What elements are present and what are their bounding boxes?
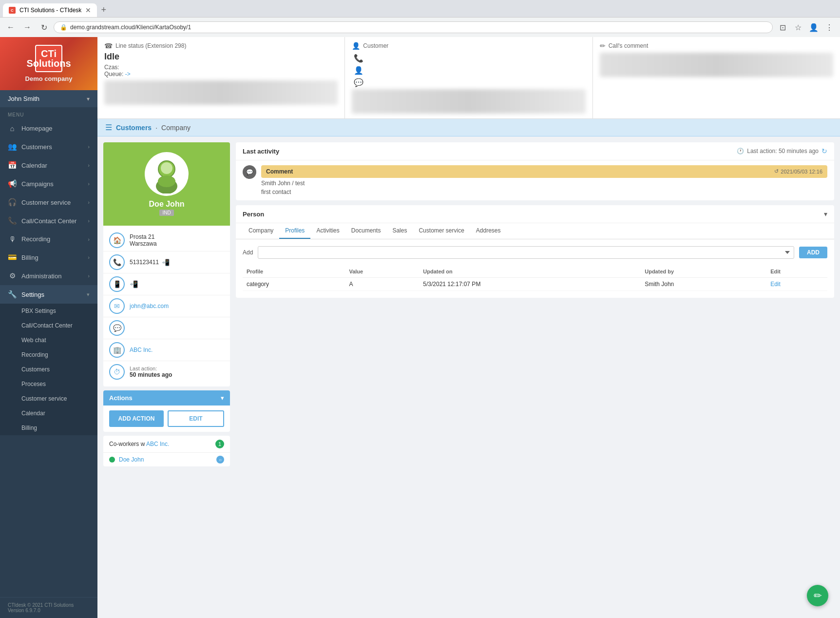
back-button[interactable]: ← bbox=[4, 20, 18, 34]
comment-box: Comment ↺ 2021/05/03 12:16 bbox=[261, 165, 827, 178]
edit-button[interactable]: EDIT bbox=[168, 410, 224, 427]
tab-profiles[interactable]: Profiles bbox=[279, 223, 310, 239]
time-icon: ⏱ bbox=[109, 364, 125, 380]
app-container: CTi Solutions Demo company John Smith ▾ … bbox=[0, 37, 840, 618]
queue-link[interactable]: -> bbox=[125, 71, 131, 77]
sidebar-item-customers[interactable]: 👥 Customers › bbox=[0, 137, 97, 156]
administration-icon: ⚙ bbox=[8, 271, 17, 280]
add-profile-button[interactable]: ADD bbox=[799, 247, 827, 258]
tab-customer-service[interactable]: Customer service bbox=[413, 223, 470, 239]
breadcrumb-customers[interactable]: Customers bbox=[116, 124, 152, 132]
coworker-action-button[interactable]: ○ bbox=[216, 456, 224, 464]
svg-point-6 bbox=[158, 175, 175, 187]
submenu-calendar[interactable]: Calendar bbox=[0, 406, 97, 421]
actions-header[interactable]: Actions ▾ bbox=[103, 390, 230, 406]
coworkers-count-badge: 1 bbox=[215, 440, 224, 448]
refresh-button[interactable]: ↻ bbox=[821, 147, 827, 155]
settings-icon: 🔧 bbox=[8, 290, 17, 299]
row-updated-on: 5/3/2021 12:17:07 PM bbox=[419, 278, 641, 291]
email-icon: ✉ bbox=[109, 298, 125, 314]
avatar-svg bbox=[147, 154, 186, 193]
sidebar-logo: CTi Solutions Demo company bbox=[0, 37, 97, 90]
right-panel: Last activity 🕐 Last action: 50 minutes … bbox=[236, 142, 834, 612]
blurred-panel2 bbox=[352, 89, 585, 114]
contact-company-row: 🏢 ABC Inc. bbox=[103, 339, 230, 361]
lock-icon: 🔒 bbox=[60, 24, 67, 31]
submenu-call-contact-center[interactable]: Call/Contact Center bbox=[0, 318, 97, 333]
tab-addresses[interactable]: Addreses bbox=[470, 223, 507, 239]
page-body: Doe John IND 🏠 Prosta 21 Warszawa 📞 bbox=[97, 136, 840, 618]
activity-last-info: 🕐 Last action: 50 minutes ago ↻ bbox=[737, 147, 827, 155]
call-action-icon[interactable]: 📲 bbox=[162, 259, 170, 266]
tab-sales[interactable]: Sales bbox=[386, 223, 413, 239]
breadcrumb-current: Company bbox=[161, 124, 191, 132]
row-edit-link[interactable]: Edit bbox=[770, 281, 781, 288]
comment-text-2: first contact bbox=[261, 189, 827, 195]
contact-address2: Warszawa bbox=[130, 240, 157, 247]
col-edit: Edit bbox=[766, 266, 827, 278]
profile-button[interactable]: 👤 bbox=[807, 20, 821, 34]
coworker-name[interactable]: Doe John bbox=[119, 456, 144, 463]
tab-favicon: C bbox=[9, 7, 16, 14]
submenu-web-chat[interactable]: Web chat bbox=[0, 333, 97, 348]
timeline-item: 💬 Comment ↺ 2021/05/03 12:16 bbox=[243, 165, 827, 195]
campaigns-icon: 📢 bbox=[8, 179, 17, 188]
submenu-customer-service[interactable]: Customer service bbox=[0, 391, 97, 406]
forward-button[interactable]: → bbox=[20, 20, 34, 34]
sidebar-label-settings: Settings bbox=[21, 291, 44, 298]
sidebar-item-customer-service[interactable]: 🎧 Customer service › bbox=[0, 193, 97, 212]
logo-cti-bottom: Solutions bbox=[26, 58, 71, 68]
add-action-button[interactable]: ADD ACTION bbox=[109, 410, 164, 427]
submenu-proceses[interactable]: Proceses bbox=[0, 377, 97, 391]
tab-company[interactable]: Company bbox=[243, 223, 279, 239]
sidebar-item-campaigns[interactable]: 📢 Campaigns › bbox=[0, 174, 97, 193]
contact-email-row: ✉ john@abc.com bbox=[103, 295, 230, 317]
comment-text-1: Smith John / test bbox=[261, 180, 827, 187]
submenu-customers[interactable]: Customers bbox=[0, 362, 97, 377]
contact-avatar bbox=[145, 152, 189, 196]
sidebar-user[interactable]: John Smith ▾ bbox=[0, 90, 97, 107]
col-profile: Profile bbox=[243, 266, 345, 278]
row-updated-by: Smith John bbox=[641, 278, 766, 291]
submenu-recording[interactable]: Recording bbox=[0, 348, 97, 362]
new-tab-button[interactable]: + bbox=[97, 3, 110, 17]
last-action-value: 50 minutes ago bbox=[130, 371, 172, 378]
col-updated-on: Updated on bbox=[419, 266, 641, 278]
profile-type-select[interactable] bbox=[258, 246, 794, 259]
reload-button[interactable]: ↻ bbox=[37, 20, 51, 34]
logo-cti-top: CTi bbox=[41, 49, 57, 58]
tab-activities[interactable]: Activities bbox=[310, 223, 345, 239]
bookmark-button[interactable]: ☆ bbox=[791, 20, 805, 34]
sidebar-label-customers: Customers bbox=[21, 143, 52, 151]
contact-company-link[interactable]: ABC Inc. bbox=[130, 347, 153, 353]
coworkers-company-link[interactable]: ABC Inc. bbox=[146, 441, 169, 447]
chevron-down-icon: ▾ bbox=[87, 96, 90, 102]
coworkers-title: Co-workers w ABC Inc. bbox=[109, 441, 169, 447]
contact-email[interactable]: john@abc.com bbox=[130, 303, 169, 309]
fab-edit-button[interactable]: ✏ bbox=[807, 585, 828, 606]
person-toggle-button[interactable]: ▾ bbox=[824, 210, 827, 218]
actions-card: Actions ▾ ADD ACTION EDIT bbox=[103, 390, 230, 432]
last-action-label: Last action: bbox=[130, 366, 172, 371]
contact-address-row: 🏠 Prosta 21 Warszawa bbox=[103, 230, 230, 251]
sidebar-item-billing[interactable]: 💳 Billing › bbox=[0, 248, 97, 267]
address-bar[interactable]: 🔒 demo.grandstream.cloud/Klienci/KartaOs… bbox=[54, 21, 773, 33]
breadcrumb-separator: · bbox=[155, 124, 157, 132]
sidebar-item-recording[interactable]: 🎙 Recording › bbox=[0, 230, 97, 248]
sidebar-item-calendar[interactable]: 📅 Calendar › bbox=[0, 156, 97, 174]
submenu-pbx-settings[interactable]: PBX Settings bbox=[0, 304, 97, 318]
submenu-billing[interactable]: Billing bbox=[0, 421, 97, 435]
sidebar-item-administration[interactable]: ⚙ Administration › bbox=[0, 267, 97, 285]
coworker-status-dot bbox=[109, 457, 115, 463]
cast-button[interactable]: ⊡ bbox=[776, 20, 789, 34]
tab-documents[interactable]: Documents bbox=[345, 223, 387, 239]
sidebar-item-settings[interactable]: 🔧 Settings ▾ bbox=[0, 285, 97, 304]
mobile-icon: 📱 bbox=[109, 276, 125, 292]
sidebar-item-call-center[interactable]: 📞 Call/Contact Center › bbox=[0, 212, 97, 230]
tab-close-button[interactable]: ✕ bbox=[85, 6, 91, 14]
menu-button[interactable]: ⋮ bbox=[822, 20, 836, 34]
logo-box: CTi Solutions bbox=[35, 45, 62, 72]
sidebar-item-homepage[interactable]: ⌂ Homepage bbox=[0, 119, 97, 137]
coworker-list-item: Doe John ○ bbox=[103, 453, 230, 466]
contact-name: Doe John bbox=[149, 200, 185, 209]
